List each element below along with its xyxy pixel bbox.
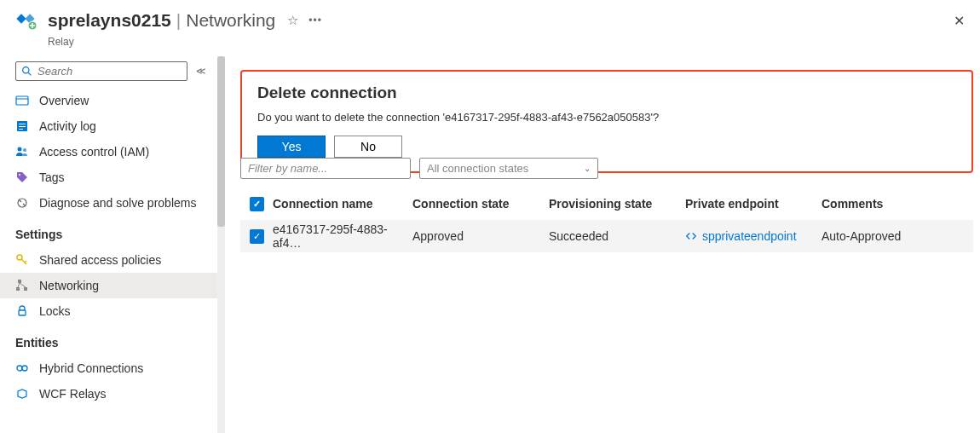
dialog-message: Do you want to delete the connection 'e4… (257, 111, 956, 124)
cell-provisioning-state: Succeeded (549, 229, 685, 243)
svg-rect-20 (18, 280, 21, 283)
more-menu-button[interactable]: ••• (308, 14, 322, 26)
sidebar-item-locks[interactable]: Locks (0, 298, 218, 324)
sidebar-group-entities: Entities (0, 324, 218, 355)
svg-rect-21 (16, 287, 20, 291)
svg-point-13 (19, 174, 20, 176)
sidebar-item-label: Networking (39, 279, 99, 292)
svg-point-11 (18, 147, 22, 152)
table-header-row: ✓ Connection name Connection state Provi… (240, 188, 973, 220)
svg-point-3 (23, 67, 29, 73)
svg-line-16 (23, 204, 26, 206)
resource-type-label: Relay (0, 36, 980, 48)
main-content: Delete connection Do you want to delete … (225, 56, 980, 433)
access-icon (15, 145, 29, 159)
svg-line-19 (25, 261, 26, 263)
sidebar-item-wcf-relays[interactable]: WCF Relays (0, 381, 218, 407)
cell-connection-name: e4167317-295f-4883-af4… (273, 222, 412, 250)
page-title: sprelayns0215 | Networking (48, 10, 275, 31)
sidebar-item-label: Activity log (39, 119, 96, 133)
svg-line-23 (18, 283, 20, 287)
resource-name: sprelayns0215 (48, 10, 171, 31)
col-header-private-endpoint[interactable]: Private endpoint (685, 197, 821, 211)
sidebar: ≪ Overview Activity log Access control (… (0, 56, 218, 433)
sidebar-item-label: Locks (39, 304, 71, 318)
dialog-title: Delete connection (257, 84, 956, 102)
sidebar-item-access-control[interactable]: Access control (IAM) (0, 139, 218, 165)
svg-rect-10 (19, 129, 23, 130)
svg-rect-8 (19, 124, 26, 124)
col-header-provisioning-state[interactable]: Provisioning state (549, 197, 685, 211)
sidebar-item-label: Access control (IAM) (39, 145, 149, 159)
svg-point-26 (17, 366, 22, 371)
sidebar-item-tags[interactable]: Tags (0, 165, 218, 190)
activity-icon (15, 119, 29, 133)
sidebar-item-label: WCF Relays (39, 387, 107, 401)
cell-comments: Auto-Approved (821, 229, 973, 243)
col-header-connection-name[interactable]: Connection name (273, 197, 412, 211)
sidebar-scrollbar[interactable] (217, 56, 225, 433)
connections-table: ✓ Connection name Connection state Provi… (240, 188, 973, 252)
networking-icon (15, 279, 29, 292)
table-row[interactable]: ✓ e4167317-295f-4883-af4… Approved Succe… (240, 220, 973, 252)
relay-resource-icon (15, 9, 39, 32)
sidebar-item-activity-log[interactable]: Activity log (0, 113, 218, 139)
collapse-sidebar-icon[interactable]: ≪ (196, 66, 206, 77)
section-name: Networking (186, 10, 275, 31)
confirm-yes-button[interactable]: Yes (257, 136, 326, 158)
sidebar-item-label: Tags (39, 170, 65, 184)
key-icon (15, 253, 29, 267)
svg-line-24 (20, 283, 26, 287)
select-all-checkbox[interactable]: ✓ (250, 197, 264, 211)
sidebar-item-diagnose[interactable]: Diagnose and solve problems (0, 190, 218, 216)
row-checkbox[interactable]: ✓ (250, 229, 264, 244)
col-header-connection-state[interactable]: Connection state (412, 197, 549, 211)
sidebar-search[interactable] (15, 61, 187, 81)
svg-line-15 (19, 199, 21, 202)
lock-icon (15, 304, 29, 318)
search-icon (21, 66, 32, 77)
svg-rect-9 (19, 126, 26, 127)
svg-point-12 (23, 148, 26, 152)
sidebar-item-label: Hybrid Connections (39, 361, 143, 375)
sidebar-item-networking[interactable]: Networking (0, 273, 218, 298)
col-header-comments[interactable]: Comments (821, 197, 973, 211)
svg-point-27 (22, 366, 27, 371)
overview-icon (15, 94, 29, 107)
endpoint-icon (685, 230, 697, 242)
sidebar-item-hybrid-connections[interactable]: Hybrid Connections (0, 355, 218, 381)
svg-rect-0 (16, 14, 26, 23)
sidebar-item-label: Overview (39, 94, 89, 107)
sidebar-item-overview[interactable]: Overview (0, 88, 218, 113)
svg-rect-25 (19, 310, 26, 315)
svg-line-4 (28, 72, 31, 75)
svg-rect-22 (24, 287, 27, 291)
svg-rect-5 (16, 96, 28, 105)
sidebar-group-settings: Settings (0, 216, 218, 247)
favorite-star-icon[interactable]: ☆ (287, 13, 298, 28)
private-endpoint-link[interactable]: spprivateendpoint (702, 229, 797, 243)
close-icon[interactable]: ✕ (954, 13, 965, 29)
tags-icon (15, 170, 29, 184)
delete-confirmation-dialog: Delete connection Do you want to delete … (240, 70, 973, 173)
confirm-no-button[interactable]: No (334, 136, 402, 158)
diagnose-icon (15, 196, 29, 210)
sidebar-item-shared-access[interactable]: Shared access policies (0, 247, 218, 273)
sidebar-item-label: Diagnose and solve problems (39, 196, 196, 210)
hybrid-icon (15, 361, 29, 375)
search-input[interactable] (37, 65, 182, 78)
sidebar-item-label: Shared access policies (39, 253, 161, 267)
cell-connection-state: Approved (412, 229, 549, 243)
wcf-icon (15, 387, 29, 401)
